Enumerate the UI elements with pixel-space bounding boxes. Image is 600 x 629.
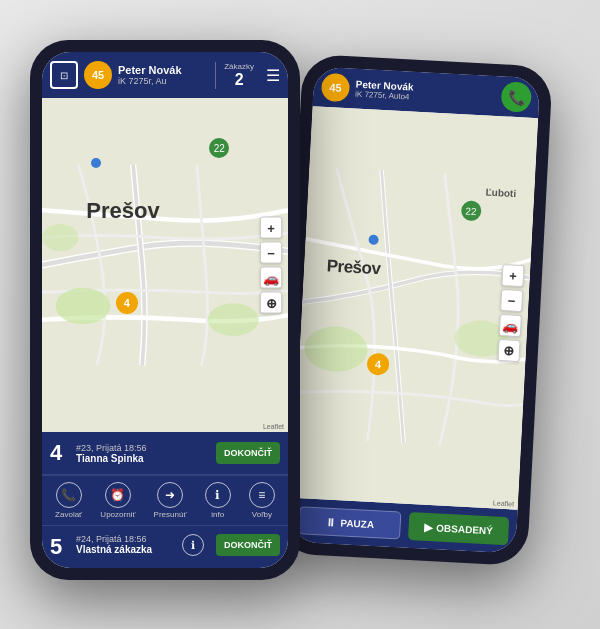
back-city-label: Prešov: [326, 256, 381, 279]
phone-back: 45 Peter Novák iK 7275r, Auto4 📞: [277, 54, 553, 566]
front-target-btn[interactable]: ⊕: [260, 292, 282, 314]
order-4-code: #23, Prijatá 18:56: [76, 443, 208, 453]
menu-list-icon: ≡: [249, 482, 275, 508]
menu-icon[interactable]: ☰: [266, 66, 280, 85]
svg-point-5: [208, 303, 259, 336]
back-zoom-out[interactable]: −: [500, 289, 523, 312]
action-presunut[interactable]: ➜ Presunúť: [154, 482, 187, 519]
front-driver-name: Peter Novák: [118, 64, 205, 76]
obsadeny-button[interactable]: ▶ OBSADENÝ: [408, 512, 509, 545]
front-city-label: Prešov: [86, 198, 159, 224]
order-5-name: Vlastná zákazka: [76, 544, 174, 555]
back-car-btn[interactable]: 🚗: [499, 314, 522, 337]
front-bottom-panel: 4 #23, Prijatá 18:56 Tianna Spinka DOKON…: [42, 432, 288, 568]
pause-button[interactable]: ⏸ PAUZA: [298, 506, 401, 539]
back-leaflet-label: Leaflet: [493, 499, 514, 507]
action-upozornit-label: Upozorniť: [100, 510, 135, 519]
move-icon: ➜: [157, 482, 183, 508]
back-map: Prešov Ľuboti 4 22 + − 🚗 ⊕: [292, 106, 538, 509]
action-volby[interactable]: ≡ Voľby: [249, 482, 275, 519]
back-target-btn[interactable]: ⊕: [497, 339, 520, 362]
call-icon: 📞: [56, 482, 82, 508]
front-driver-sub: iK 7275r, Au: [118, 76, 205, 86]
svg-point-6: [42, 224, 78, 251]
screen-back: 45 Peter Novák iK 7275r, Auto4 📞: [290, 66, 541, 553]
action-zavolat-label: Zavolať: [55, 510, 82, 519]
order-5-number: 5: [50, 534, 68, 560]
back-header-info: Peter Novák iK 7275r, Auto4: [355, 79, 492, 106]
order-5-done-button[interactable]: DOKONČIŤ: [216, 534, 280, 556]
screen-front: ⊡ 45 Peter Novák iK 7275r, Au Zákazky 2 …: [42, 52, 288, 568]
action-presunut-label: Presunúť: [154, 510, 187, 519]
action-bar: 📞 Zavolať ⏰ Upozorniť ➜ Presunúť ℹ: [42, 475, 288, 526]
info-icon: ℹ: [205, 482, 231, 508]
svg-point-4: [56, 288, 111, 324]
front-map-controls: + − 🚗 ⊕: [260, 217, 282, 314]
back-zoom-in[interactable]: +: [501, 264, 524, 287]
back-call-button[interactable]: 📞: [501, 81, 533, 113]
zakazy-label: Zákazky: [224, 62, 254, 71]
svg-rect-3: [42, 165, 288, 365]
phone-front: ⊡ 45 Peter Novák iK 7275r, Au Zákazky 2 …: [30, 40, 300, 580]
front-marker-4: 4: [116, 292, 138, 314]
front-zoom-in[interactable]: +: [260, 217, 282, 239]
order-5-info-icon[interactable]: ℹ: [182, 534, 204, 556]
back-extra-label: Ľuboti: [485, 186, 516, 199]
scene: 45 Peter Novák iK 7275r, Auto4 📞: [0, 0, 600, 629]
action-volby-label: Voľby: [252, 510, 272, 519]
action-info-label: info: [211, 510, 224, 519]
zakazy-count: 2: [235, 71, 244, 89]
alarm-icon: ⏰: [105, 482, 131, 508]
action-zavolat[interactable]: 📞 Zavolať: [55, 482, 82, 519]
front-avatar: 45: [84, 61, 112, 89]
svg-rect-0: [295, 167, 535, 450]
order-5-info: #24, Prijatá 18:56 Vlastná zákazka: [76, 534, 174, 555]
order-row-4: 4 #23, Prijatá 18:56 Tianna Spinka DOKON…: [42, 432, 288, 475]
front-zoom-out[interactable]: −: [260, 242, 282, 264]
order-4-number: 4: [50, 440, 68, 466]
order-5-code: #24, Prijatá 18:56: [76, 534, 174, 544]
action-info[interactable]: ℹ info: [205, 482, 231, 519]
front-map: Prešov 4 22 + − 🚗 ⊕ Leaflet: [42, 98, 288, 432]
back-avatar: 45: [321, 73, 350, 102]
order-4-done-button[interactable]: DOKONČIŤ: [216, 442, 280, 464]
order-row-5: 5 #24, Prijatá 18:56 Vlastná zákazka ℹ D…: [42, 526, 288, 568]
action-upozornit[interactable]: ⏰ Upozorniť: [100, 482, 135, 519]
front-leaflet-label: Leaflet: [263, 423, 284, 430]
front-header: ⊡ 45 Peter Novák iK 7275r, Au Zákazky 2 …: [42, 52, 288, 98]
zakazy-box: Zákazky 2: [215, 62, 254, 89]
front-header-info: Peter Novák iK 7275r, Au: [118, 64, 205, 86]
scan-icon[interactable]: ⊡: [50, 61, 78, 89]
order-4-info: #23, Prijatá 18:56 Tianna Spinka: [76, 443, 208, 464]
order-4-name: Tianna Spinka: [76, 453, 208, 464]
front-car-btn[interactable]: 🚗: [260, 267, 282, 289]
